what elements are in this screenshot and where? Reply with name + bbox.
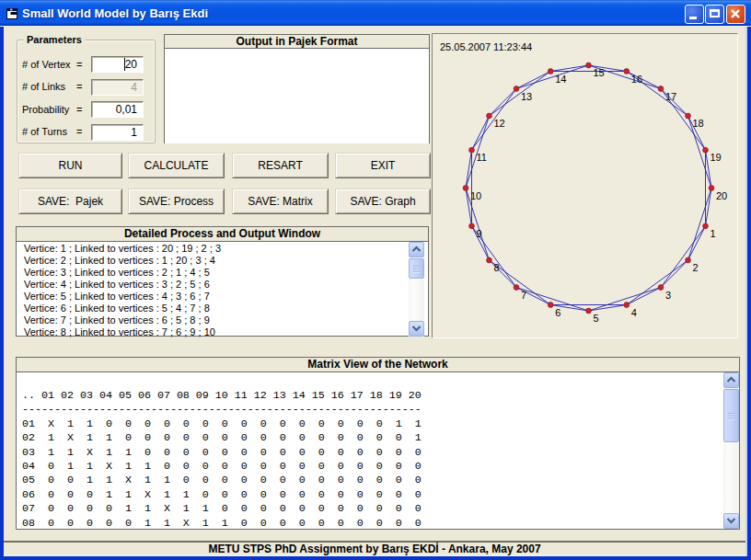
svg-text:10: 10 xyxy=(470,190,481,201)
svg-text:13: 13 xyxy=(521,91,532,102)
svg-text:11: 11 xyxy=(477,152,487,163)
svg-text:18: 18 xyxy=(693,118,704,129)
svg-text:5: 5 xyxy=(594,313,599,324)
svg-text:16: 16 xyxy=(631,74,642,85)
svg-text:2: 2 xyxy=(693,262,699,273)
svg-text:15: 15 xyxy=(594,67,605,78)
svg-text:20: 20 xyxy=(716,190,727,201)
svg-text:4: 4 xyxy=(631,307,637,318)
svg-text:9: 9 xyxy=(477,228,482,239)
svg-text:1: 1 xyxy=(711,228,716,239)
svg-text:17: 17 xyxy=(665,91,676,102)
svg-text:3: 3 xyxy=(665,290,671,301)
svg-text:12: 12 xyxy=(494,118,505,129)
svg-text:14: 14 xyxy=(555,74,566,85)
svg-text:7: 7 xyxy=(521,290,526,301)
svg-text:8: 8 xyxy=(494,262,500,273)
svg-text:19: 19 xyxy=(711,152,722,163)
svg-text:6: 6 xyxy=(555,307,560,318)
